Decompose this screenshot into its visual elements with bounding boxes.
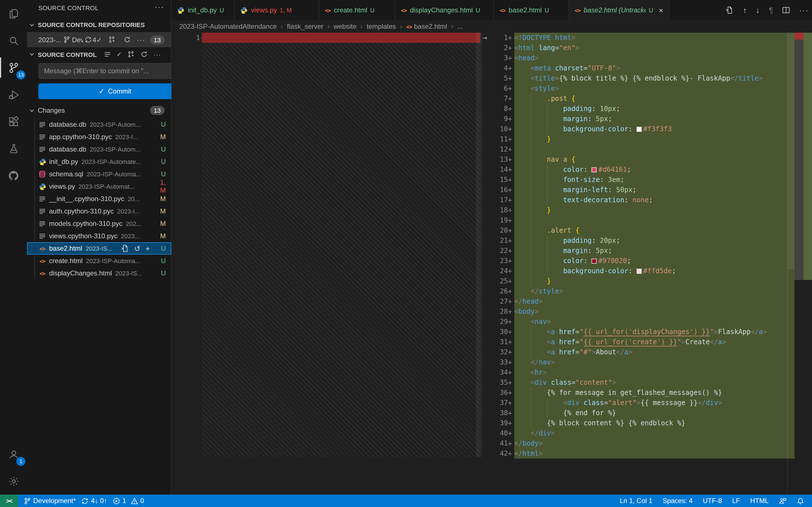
scm-file-row-__init__.cpython-310.pyc[interactable]: __init__.cpython-310.pyc20...M — [27, 193, 171, 205]
code-line-10: background-color: #f3f3f3 — [514, 124, 672, 134]
changes-file-list: database.db2023-ISP-Autom...Uapp.cpython… — [27, 118, 171, 279]
more-actions-icon[interactable]: ··· — [153, 51, 161, 58]
html-file-icon: <> — [38, 245, 46, 251]
file-name: models.cpython-310.pyc — [49, 220, 122, 228]
feedback-icon[interactable] — [779, 497, 786, 505]
scm-file-row-displayChanges.html[interactable]: <>displayChanges.html2023-IS...U — [27, 267, 171, 279]
breadcrumb-item[interactable]: <>base2.html — [406, 22, 447, 31]
commit-icon[interactable]: ✓ — [117, 51, 122, 58]
tree-indent-guide — [35, 156, 35, 168]
breadcrumb-item[interactable]: website — [334, 22, 356, 31]
run-and-debug-icon[interactable] — [0, 81, 27, 108]
tab-base2.html[interactable]: <>base2.htmlU — [494, 0, 569, 20]
indentation-item[interactable]: Spaces: 4 — [663, 497, 693, 505]
database-file-icon — [38, 170, 46, 178]
sync-icon[interactable] — [85, 36, 92, 43]
open-file-icon[interactable] — [726, 6, 734, 14]
source-control-icon[interactable]: 13 — [0, 54, 27, 81]
tab-label: init_db.py — [188, 6, 217, 14]
testing-icon[interactable] — [0, 135, 27, 162]
scm-file-row-schema.sql[interactable]: schema.sql2023-ISP-Automa...U — [27, 168, 171, 180]
whitespace-icon[interactable]: ¶ — [769, 6, 773, 15]
encoding-item[interactable]: UTF-8 — [703, 497, 722, 505]
refresh-icon[interactable] — [140, 51, 148, 58]
previous-change-icon[interactable]: ↑ — [743, 6, 747, 15]
line-number: 22+ — [483, 245, 512, 256]
source-control-section-header[interactable]: SOURCE CONTROL ✓··· — [31, 51, 168, 58]
overview-ruler[interactable] — [795, 33, 804, 280]
explorer-icon[interactable] — [0, 0, 27, 27]
tab-base2.html (Untracked)[interactable]: <>base2.html (Untracked)U× — [569, 0, 669, 20]
python-file-icon — [38, 158, 46, 165]
open-file-icon[interactable] — [121, 244, 129, 252]
scm-file-row-auth.cpython-310.pyc[interactable]: auth.cpython-310.pyc2023-I...M — [27, 205, 171, 217]
settings-icon[interactable] — [0, 467, 27, 495]
eol-item[interactable]: LF — [732, 497, 740, 505]
view-as-list-icon[interactable] — [104, 51, 111, 58]
remote-indicator[interactable]: >< — [0, 495, 18, 507]
breadcrumb-item[interactable]: 2023-ISP-AutomatedAttendance — [179, 22, 277, 31]
scm-file-row-create.html[interactable]: <>create.html2023-ISP-Automa...U — [27, 255, 171, 267]
commit-button[interactable]: ✓ Commit — [38, 83, 192, 99]
vscode-window: 131 SOURCE CONTROL ··· SOURCE CONTROL RE… — [0, 0, 812, 507]
color-swatch[interactable] — [592, 167, 597, 172]
repositories-section-header[interactable]: SOURCE CONTROL REPOSITORIES — [31, 21, 145, 28]
line-number: 17+ — [483, 195, 512, 205]
github-icon[interactable] — [0, 162, 27, 189]
next-change-icon[interactable]: ↓ — [756, 6, 760, 15]
breadcrumb-item[interactable]: templates — [366, 22, 396, 31]
breadcrumb[interactable]: 2023-ISP-AutomatedAttendance›flask_serve… — [171, 20, 812, 33]
breadcrumb-item[interactable]: flask_server — [287, 22, 323, 31]
repository-row[interactable]: 2023-...Dev4✓···13 — [27, 32, 171, 47]
diff-editor[interactable]: 1- → 1+<!DOCTYPE html>2+<html lang="en">… — [171, 33, 812, 495]
line-number: 20+ — [483, 225, 512, 235]
scm-file-row-init_db.py[interactable]: init_db.py2023-ISP-Automate...U — [27, 156, 171, 168]
cursor-position-item[interactable]: Ln 1, Col 1 — [620, 497, 652, 505]
color-swatch[interactable] — [592, 259, 597, 264]
notifications-bell-icon[interactable] — [797, 497, 804, 504]
stage-all-icon[interactable] — [108, 36, 116, 43]
tab-create.html[interactable]: <>create.htmlU — [319, 0, 395, 20]
breadcrumb-item[interactable]: ... — [457, 22, 463, 31]
scm-file-row-views.py[interactable]: views.py2023-ISP-Automat...1, M — [27, 180, 171, 193]
problems-status-item[interactable]: 1 0 — [113, 497, 144, 505]
original-scrollbar[interactable] — [476, 33, 482, 457]
language-mode-item[interactable]: HTML — [750, 497, 769, 505]
commit-message-input[interactable]: Message (⌘Enter to commit on "... — [38, 63, 192, 79]
scm-file-row-models.cpython-310.pyc[interactable]: models.cpython-310.pyc202...M — [27, 217, 171, 230]
scm-file-row-app.cpython-310.pyc[interactable]: app.cpython-310.pyc2023-I...M — [27, 131, 171, 143]
split-editor-icon[interactable] — [782, 6, 790, 14]
error-icon — [113, 497, 120, 504]
changes-section-header[interactable]: Changes 13 — [31, 106, 168, 115]
sidebar-more-icon[interactable]: ··· — [154, 2, 164, 11]
color-swatch[interactable] — [637, 127, 642, 132]
modified-scrollbar[interactable] — [787, 33, 795, 269]
discard-changes-icon[interactable]: ↺ — [134, 244, 140, 252]
tab-views.py[interactable]: views.py1, M — [235, 0, 319, 20]
line-number: 12+ — [483, 144, 512, 154]
extensions-icon[interactable] — [0, 108, 27, 135]
commit-icon[interactable]: ✓ — [96, 36, 102, 44]
tree-indent-guide — [35, 143, 35, 156]
scm-file-row-base2.html[interactable]: <>base2.html2023-IS...↺+U — [27, 242, 171, 255]
scm-file-row-views.cpython-310.pyc[interactable]: views.cpython-310.pyc2023...M — [27, 230, 171, 242]
line-number: 11+ — [483, 134, 512, 144]
code-line-25: } — [514, 276, 551, 286]
scm-file-row-database.db[interactable]: database.db2023-ISP-Autom...U — [27, 118, 171, 131]
code-line-5: <title>{% block title %} {% endblock %}-… — [514, 73, 763, 83]
stage-changes-icon[interactable]: + — [146, 245, 150, 252]
more-actions-icon[interactable]: ··· — [799, 6, 809, 15]
refresh-icon[interactable] — [123, 36, 131, 43]
tab-displayChanges.html[interactable]: <>displayChanges.htmlU — [395, 0, 494, 20]
search-icon[interactable] — [0, 27, 27, 54]
more-actions-icon[interactable]: ··· — [137, 36, 146, 44]
breadcrumb-separator: › — [327, 22, 329, 31]
branch-status-item[interactable]: Development* — [24, 497, 76, 505]
color-swatch[interactable] — [637, 269, 642, 274]
accounts-icon[interactable]: 1 — [0, 441, 27, 467]
sync-status-item[interactable]: 4↓ 0↑ — [82, 497, 107, 505]
close-icon[interactable]: × — [659, 6, 663, 14]
tab-init_db.py[interactable]: init_db.pyU — [171, 0, 235, 20]
stage-all-icon[interactable] — [128, 51, 135, 58]
scm-file-row-database.db[interactable]: database.db2023-ISP-Autom...U — [27, 143, 171, 156]
